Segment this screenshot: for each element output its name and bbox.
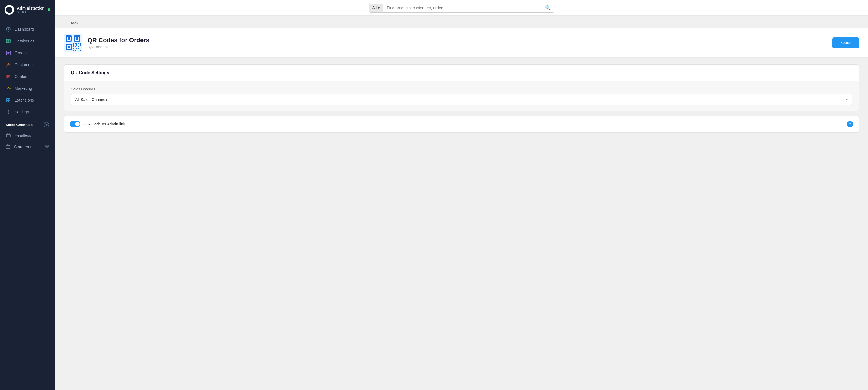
settings-icon <box>6 109 11 115</box>
search-bar: All ▾ 🔍 <box>369 3 554 13</box>
headless-icon <box>6 133 11 138</box>
sales-channel-label: Sales Channel <box>71 87 852 91</box>
add-sales-channel-button[interactable]: + <box>43 122 49 127</box>
plugin-info: QR Codes for Orders by Armscript LLC <box>88 37 150 49</box>
sidebar-item-extensions[interactable]: Extensions <box>0 94 55 106</box>
storefront-icon <box>6 144 11 150</box>
svg-rect-7 <box>9 98 10 100</box>
svg-rect-26 <box>74 43 76 44</box>
sidebar-item-content[interactable]: Content <box>0 71 55 83</box>
svg-rect-37 <box>76 48 78 49</box>
help-icon[interactable]: ? <box>847 121 853 127</box>
settings-card: QR Code Settings Sales Channel All Sales… <box>64 64 859 111</box>
sidebar-item-settings[interactable]: Settings <box>0 106 55 118</box>
plugin-author: by Armscript LLC <box>88 45 150 49</box>
customers-icon <box>6 62 11 68</box>
search-filter-chevron: ▾ <box>378 6 380 10</box>
svg-point-1 <box>8 9 10 11</box>
content-icon <box>6 74 11 79</box>
svg-rect-32 <box>80 44 81 45</box>
back-link[interactable]: ← Back <box>64 21 78 25</box>
status-dot <box>48 8 51 11</box>
sidebar-item-orders-label: Orders <box>14 51 27 55</box>
storefront-label: Storefront <box>14 144 31 149</box>
sidebar-item-catalogues[interactable]: Catalogues <box>0 35 55 47</box>
app-logo <box>4 5 14 14</box>
sales-channels-header: Sales Channels + <box>0 118 55 130</box>
extensions-icon <box>6 97 11 103</box>
topbar: All ▾ 🔍 <box>55 0 868 16</box>
svg-rect-33 <box>73 46 74 47</box>
svg-rect-39 <box>73 50 74 51</box>
sidebar-item-customers[interactable]: Customers <box>0 59 55 71</box>
sidebar-item-content-label: Content <box>14 74 28 79</box>
app-version: 6.6.0.1 <box>17 10 45 14</box>
svg-rect-6 <box>7 98 8 100</box>
app-name: Administration <box>17 6 45 10</box>
svg-rect-9 <box>9 100 10 102</box>
search-input[interactable] <box>383 4 541 12</box>
save-button[interactable]: Save <box>832 37 859 48</box>
svg-rect-27 <box>76 43 78 44</box>
sales-channel-select-wrapper: All Sales Channels Storefront Headless ▾ <box>71 94 852 105</box>
sidebar-header: Administration 6.6.0.1 <box>0 0 55 20</box>
sidebar-item-marketing[interactable]: Marketing <box>0 83 55 94</box>
svg-rect-35 <box>78 46 79 47</box>
catalogues-icon <box>6 38 11 44</box>
svg-rect-18 <box>67 37 70 40</box>
svg-point-13 <box>45 145 49 148</box>
back-bar: ← Back <box>55 16 868 28</box>
svg-rect-30 <box>73 44 74 45</box>
svg-rect-21 <box>76 37 78 40</box>
svg-rect-41 <box>80 50 81 51</box>
plugin-icon <box>64 34 82 52</box>
svg-rect-36 <box>73 48 74 49</box>
search-filter-button[interactable]: All ▾ <box>369 4 383 12</box>
marketing-icon <box>6 86 11 91</box>
sidebar-item-dashboard[interactable]: Dashboard <box>0 23 55 35</box>
back-arrow-icon: ← <box>64 21 68 25</box>
svg-rect-8 <box>7 100 8 102</box>
toggle-card: QR Code as Admin link ? <box>64 116 859 133</box>
search-submit-button[interactable]: 🔍 <box>542 3 554 12</box>
content-area: QR Code Settings Sales Channel All Sales… <box>55 58 868 139</box>
sales-channel-select[interactable]: All Sales Channels Storefront Headless <box>71 94 852 105</box>
sidebar-item-extensions-label: Extensions <box>14 98 34 102</box>
toggle-label: QR Code as Admin link <box>85 122 843 126</box>
main-content: All ▾ 🔍 ← Back <box>55 0 868 390</box>
sidebar-item-customers-label: Customers <box>14 62 34 67</box>
orders-icon <box>6 50 11 56</box>
svg-point-10 <box>8 111 9 113</box>
settings-card-title: QR Code Settings <box>64 65 859 81</box>
svg-rect-34 <box>74 46 76 47</box>
toggle-slider <box>70 121 81 127</box>
sidebar-item-settings-label: Settings <box>14 110 29 114</box>
svg-rect-4 <box>6 51 10 55</box>
sidebar-item-storefront[interactable]: Storefront <box>0 141 55 153</box>
svg-rect-29 <box>80 43 81 44</box>
svg-rect-31 <box>76 44 78 45</box>
sidebar-item-headless[interactable]: Headless <box>0 130 55 141</box>
dashboard-icon <box>6 27 11 32</box>
sidebar-nav: Dashboard Catalogues Orders Customers Co… <box>0 20 55 390</box>
plugin-title: QR Codes for Orders <box>88 37 150 44</box>
sidebar-item-orders[interactable]: Orders <box>0 47 55 59</box>
sidebar: Administration 6.6.0.1 Dashboard Catalog… <box>0 0 55 390</box>
svg-rect-3 <box>6 39 10 43</box>
sidebar-item-marketing-label: Marketing <box>14 86 32 91</box>
qr-admin-link-toggle[interactable] <box>70 121 81 127</box>
svg-rect-28 <box>78 43 79 44</box>
back-link-label: Back <box>69 21 78 25</box>
settings-card-body: Sales Channel All Sales Channels Storefr… <box>64 81 859 111</box>
search-filter-label: All <box>372 6 377 10</box>
svg-rect-25 <box>73 43 74 44</box>
svg-rect-40 <box>74 50 76 51</box>
visibility-icon <box>45 144 49 150</box>
search-icon: 🔍 <box>545 5 551 10</box>
svg-rect-38 <box>78 48 79 49</box>
svg-rect-24 <box>67 46 70 48</box>
sidebar-item-dashboard-label: Dashboard <box>14 27 34 32</box>
svg-rect-11 <box>6 134 10 137</box>
page-area: ← Back <box>55 16 868 390</box>
sidebar-item-catalogues-label: Catalogues <box>14 39 35 43</box>
